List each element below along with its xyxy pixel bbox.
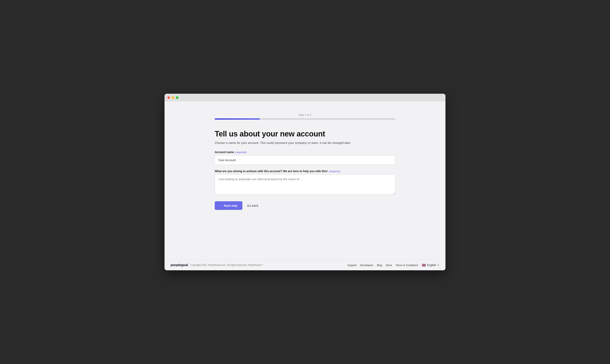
page-subtitle: Choose a name for your account. This cou… [215, 141, 395, 144]
flag-icon: 🇬🇧 [422, 263, 426, 267]
progress-bar-fill [215, 118, 260, 120]
arrow-right-icon: → [220, 204, 222, 207]
next-step-button[interactable]: → Next step [215, 201, 242, 210]
page-title: Tell us about your new account [215, 130, 395, 138]
app-window: Step 1 of 4 Tell us about your new accou… [165, 94, 445, 270]
account-name-field-group: Account name (required) [215, 151, 395, 169]
minimize-button[interactable] [171, 96, 174, 99]
footer-copyright: Copyright 2020, PeopleGoal.com. All righ… [190, 264, 263, 266]
footer-link-blog[interactable]: Blog [377, 264, 382, 267]
footer: peoplegoal Copyright 2020, PeopleGoal.co… [165, 260, 445, 270]
titlebar [165, 94, 445, 101]
go-back-button[interactable]: Go back [247, 204, 259, 207]
maximize-button[interactable] [176, 96, 178, 99]
step-indicator: Step 1 of 4 [215, 113, 395, 116]
account-name-input[interactable] [215, 155, 395, 165]
language-label: English [427, 263, 436, 267]
chevron-down-icon: ▼ [437, 264, 440, 266]
account-name-label: Account name (required) [215, 151, 395, 154]
goal-question-label: What are you aiming to achieve with this… [215, 169, 395, 173]
footer-right: Support Developers Blog Store Terms & Co… [347, 263, 440, 267]
account-name-required: (required) [235, 151, 247, 154]
close-button[interactable] [167, 96, 170, 99]
footer-left: peoplegoal Copyright 2020, PeopleGoal.co… [170, 263, 263, 267]
footer-link-support[interactable]: Support [347, 264, 357, 267]
footer-link-terms[interactable]: Terms & Conditions [395, 264, 418, 267]
goal-question-field-group: What are you aiming to achieve with this… [215, 169, 395, 201]
footer-link-developers[interactable]: Developers [360, 264, 373, 267]
logo: peoplegoal [170, 263, 188, 267]
main-content: Step 1 of 4 Tell us about your new accou… [165, 101, 445, 260]
goal-question-textarea[interactable] [215, 174, 395, 195]
form-container: Step 1 of 4 Tell us about your new accou… [215, 113, 395, 210]
progress-bar-container [215, 118, 395, 120]
footer-link-store[interactable]: Store [386, 264, 392, 267]
button-row: → Next step Go back [215, 201, 395, 210]
goal-question-required: (required) [329, 170, 340, 173]
language-selector[interactable]: 🇬🇧 English ▼ [422, 263, 440, 267]
